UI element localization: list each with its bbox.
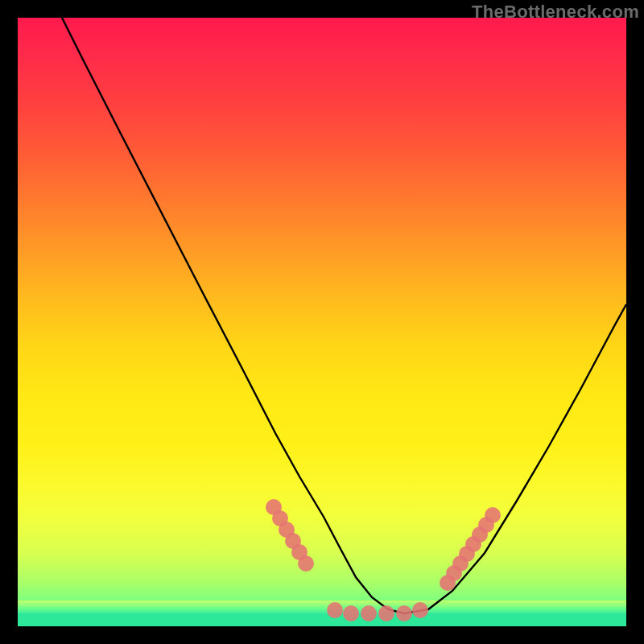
- bottleneck-curve-svg: [18, 18, 626, 626]
- highlight-dot: [361, 605, 377, 621]
- highlight-dot: [378, 605, 394, 621]
- highlight-dot: [327, 602, 343, 618]
- highlight-dots-group: [266, 499, 501, 621]
- highlight-dot: [396, 605, 412, 621]
- highlight-dot: [485, 507, 501, 523]
- highlight-dot: [298, 555, 314, 572]
- highlight-dot: [412, 602, 428, 618]
- bottleneck-curve-line: [62, 18, 626, 613]
- chart-frame: [18, 18, 626, 626]
- highlight-dot: [343, 605, 359, 621]
- watermark-text: TheBottleneck.com: [472, 2, 639, 23]
